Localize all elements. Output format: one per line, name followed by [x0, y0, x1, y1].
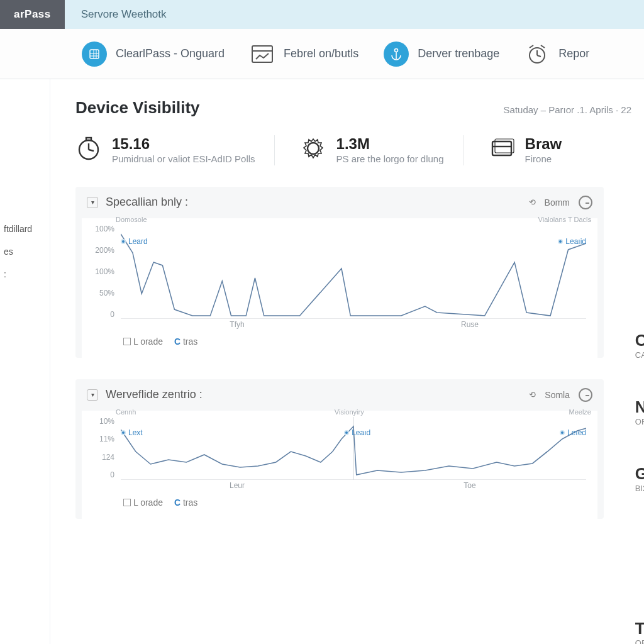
legend-label: L orade [133, 497, 163, 508]
chart-tag: Cennh [116, 408, 136, 416]
brand-label: arPass [14, 8, 51, 21]
svg-point-7 [395, 48, 398, 52]
card-icon [489, 135, 515, 162]
series-label: Leaıid [565, 237, 586, 246]
legend-label: tras [183, 336, 197, 347]
topbar-title-text: Servore Weethotk [81, 8, 167, 21]
x-axis: Leur Toe [121, 481, 586, 492]
chart-legend: L orade C tras [89, 492, 590, 514]
stat-row: 15.16 Pumidrual or valiot ESI-AdID Polls… [75, 135, 644, 165]
clock-icon[interactable] [579, 196, 592, 209]
sidebar-item-2[interactable]: : [0, 263, 50, 286]
refresh-icon[interactable]: ⟲ [529, 390, 536, 399]
y-tick: 0 [89, 310, 114, 319]
plot-area[interactable]: Leard Leaıid [121, 225, 586, 319]
nav-item-febrel[interactable]: Febrel on/butls [250, 42, 358, 67]
sidebar: ftdillard es : [0, 79, 50, 644]
rc-sub: OR [635, 638, 644, 644]
sidebar-item-0[interactable]: ftdillard [0, 218, 50, 240]
sidebar-label: es [4, 247, 13, 257]
stat-0: 15.16 Pumidrual or valiot ESI-AdID Polls [75, 135, 275, 165]
chart-tag: Vialolans T Dacls [538, 216, 591, 223]
rc-item: C [635, 331, 644, 350]
y-tick: 11% [89, 435, 114, 443]
nav-strip: ClearlPass - Onguard Febrel on/butls Der… [0, 29, 644, 79]
nav-item-onguard[interactable]: ClearlPass - Onguard [82, 42, 225, 67]
refresh-label: Somla [545, 390, 570, 400]
rc-item: G [635, 464, 644, 484]
collapse-toggle[interactable]: ▾ [87, 389, 98, 401]
legend-item[interactable]: C tras [174, 497, 197, 508]
rc-item: N [635, 397, 644, 417]
legend-item[interactable]: C tras [174, 336, 197, 347]
x-tick: Ruse [353, 320, 586, 331]
plot-area[interactable]: Lext Leaıd Leıed [121, 417, 586, 480]
sidebar-item-1[interactable]: es [0, 240, 50, 263]
x-tick: Toe [353, 481, 586, 492]
nav-label: Derver trenbage [418, 47, 499, 60]
svg-line-14 [89, 150, 94, 151]
rc-sub: CA [635, 350, 644, 360]
alarm-clock-icon [525, 42, 550, 67]
stat-value: 1.3M [336, 135, 444, 153]
panel-specallian: ▾ Specallian bnly : ⟲ Bomm Domosole Vial… [75, 187, 604, 358]
chart-tag: Meelze [569, 408, 591, 416]
y-tick: 100% [89, 225, 114, 233]
refresh-icon[interactable]: ⟲ [529, 197, 536, 207]
panel-title: Specallian bnly : [106, 196, 188, 209]
stat-value: 15.16 [112, 135, 255, 153]
panel-werveflide: ▾ Werveflide zentrio : ⟲ Somla Cennh Vis… [75, 379, 604, 519]
clock-icon [75, 135, 102, 162]
rc-item: T [635, 619, 644, 638]
layout: ftdillard es : Device Visibility Satuday… [0, 79, 644, 644]
sidebar-label: : [4, 269, 6, 279]
chart-legend: L orade C tras [89, 331, 590, 353]
y-axis: 10% 11% 124 0 [89, 417, 118, 480]
legend-item[interactable]: L orade [123, 336, 163, 347]
series-label: Lext [128, 428, 143, 437]
y-tick: 50% [89, 289, 114, 297]
stat-sub: Pumidrual or valiot ESI-AdID Polls [112, 153, 255, 165]
legend-label: tras [183, 497, 197, 508]
sidebar-label: ftdillard [4, 224, 32, 234]
x-tick: Tfyh [121, 320, 353, 331]
y-tick: 100% [89, 267, 114, 276]
y-tick: 200% [89, 246, 114, 255]
nav-label: Febrel on/butls [284, 47, 358, 60]
y-tick: 124 [89, 453, 114, 462]
chart-tag: Domosole [116, 216, 147, 223]
nav-item-derver[interactable]: Derver trenbage [384, 42, 499, 67]
legend-item[interactable]: L orade [123, 497, 163, 508]
stat-sub: PS are the lorgo for dlung [336, 153, 444, 165]
nav-label: ClearlPass - Onguard [116, 47, 225, 60]
chart-tag: Visionyiry [335, 408, 364, 416]
rc-sub: OR [635, 417, 644, 426]
chart-specallian: Domosole Vialolans T Dacls 100% 200% 100… [82, 218, 597, 358]
series-label: Leıed [567, 428, 586, 437]
x-axis: Tfyh Ruse [121, 320, 586, 331]
collapse-toggle[interactable]: ▾ [87, 197, 98, 208]
window-chart-icon [250, 42, 275, 67]
svg-line-11 [537, 55, 541, 57]
series-label: Leaıd [352, 428, 370, 437]
anchor-icon [384, 42, 409, 67]
grid-icon [82, 42, 107, 67]
page-title: Device Visibility [75, 98, 200, 118]
y-tick: 10% [89, 417, 114, 426]
main: Device Visibility Satuday – Parıor .1. A… [50, 79, 644, 644]
page-title-text: Device Visibility [75, 98, 200, 117]
svg-rect-0 [90, 50, 99, 58]
brand-tab[interactable]: arPass [0, 0, 65, 29]
nav-item-report[interactable]: Repor [525, 42, 589, 67]
nav-label: Repor [558, 47, 589, 60]
y-axis: 100% 200% 100% 50% 0 [89, 225, 118, 319]
stat-sub: Firone [525, 153, 562, 165]
chart-werveflide: Cennh Visionyiry Meelze 10% 11% 124 0 Le… [82, 411, 597, 519]
svg-rect-15 [86, 138, 91, 140]
svg-rect-5 [252, 46, 272, 62]
refresh-label: Bomm [545, 197, 570, 208]
panel-title: Werveflide zentrio : [106, 388, 203, 401]
page-date: Satuday – Parıor .1. Aprils · 22 [504, 104, 631, 115]
stat-1: 1.3M PS are the lorgo for dlung [300, 135, 464, 165]
clock-icon[interactable] [579, 388, 592, 402]
